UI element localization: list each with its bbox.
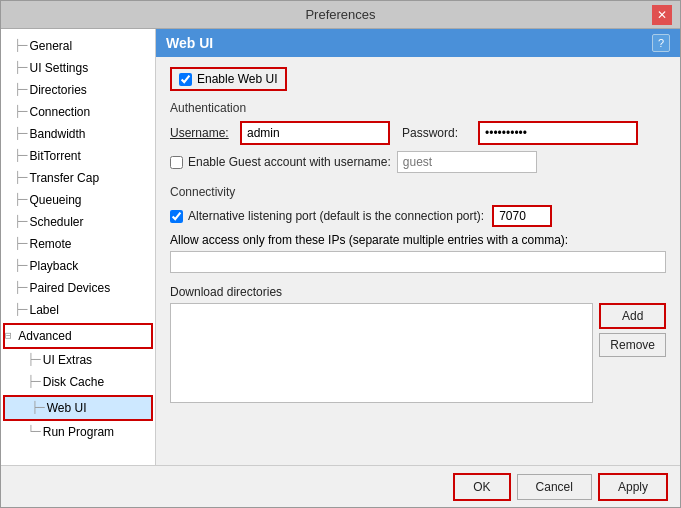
ip-input[interactable] — [170, 251, 666, 273]
sidebar-item-bittorrent[interactable]: ├─ BitTorrent — [1, 145, 155, 167]
sidebar-label-label: Label — [28, 301, 59, 319]
auth-section-label: Authentication — [170, 101, 666, 115]
sidebar-item-playback[interactable]: ├─ Playback — [1, 255, 155, 277]
add-button[interactable]: Add — [599, 303, 666, 329]
username-row: Username: Password: — [170, 121, 666, 145]
sidebar-item-directories[interactable]: ├─ Directories — [1, 79, 155, 101]
help-button[interactable]: ? — [652, 34, 670, 52]
download-area: Add Remove — [170, 303, 666, 403]
preferences-window: Preferences ✕ ├─ General ├─ UI Settings … — [0, 0, 681, 508]
guest-checkbox[interactable] — [170, 156, 183, 169]
remove-button[interactable]: Remove — [599, 333, 666, 357]
sidebar-item-run-program[interactable]: └─ Run Program — [1, 421, 155, 443]
guest-username-input[interactable] — [397, 151, 537, 173]
sidebar-label-general: General — [28, 37, 73, 55]
enable-webui-label[interactable]: Enable Web UI — [170, 67, 287, 91]
enable-webui-checkbox[interactable] — [179, 73, 192, 86]
ok-button[interactable]: OK — [453, 473, 510, 501]
username-label: Username: — [170, 126, 240, 140]
window-title: Preferences — [29, 7, 652, 22]
sidebar-item-general[interactable]: ├─ General — [1, 35, 155, 57]
port-input[interactable] — [492, 205, 552, 227]
sidebar-item-transfer-cap[interactable]: ├─ Transfer Cap — [1, 167, 155, 189]
alt-port-row: Alternative listening port (default is t… — [170, 205, 666, 227]
password-input[interactable] — [478, 121, 638, 145]
alt-port-label: Alternative listening port (default is t… — [188, 209, 484, 223]
sidebar-item-web-ui[interactable]: ├─ Web UI — [5, 397, 151, 419]
sidebar-item-queueing[interactable]: ├─ Queueing — [1, 189, 155, 211]
sidebar-item-remote[interactable]: ├─ Remote — [1, 233, 155, 255]
sidebar-item-bandwidth[interactable]: ├─ Bandwidth — [1, 123, 155, 145]
sidebar-label-queueing: Queueing — [28, 191, 82, 209]
sidebar-label-disk-cache: Disk Cache — [41, 373, 104, 391]
connectivity-section-label: Connectivity — [170, 185, 666, 199]
sidebar-label-run-program: Run Program — [41, 423, 114, 441]
apply-button[interactable]: Apply — [598, 473, 668, 501]
sidebar-item-disk-cache[interactable]: ├─ Disk Cache — [1, 371, 155, 393]
content-area: ├─ General ├─ UI Settings ├─ Directories… — [1, 29, 680, 465]
guest-label: Enable Guest account with username: — [188, 155, 391, 169]
sidebar-item-label[interactable]: ├─ Label — [1, 299, 155, 321]
main-panel: Web UI ? Enable Web UI Authentication Us… — [156, 29, 680, 465]
enable-section: Enable Web UI — [170, 67, 666, 91]
sidebar-label-bandwidth: Bandwidth — [28, 125, 86, 143]
sidebar-label-ui-extras: UI Extras — [41, 351, 92, 369]
sidebar-item-connection[interactable]: ├─ Connection — [1, 101, 155, 123]
sidebar-label-connection: Connection — [28, 103, 91, 121]
sidebar-item-ui-extras[interactable]: ├─ UI Extras — [1, 349, 155, 371]
guest-row: Enable Guest account with username: — [170, 151, 666, 173]
authentication-section: Authentication Username: Password: Enabl… — [170, 101, 666, 173]
sidebar-label-remote: Remote — [28, 235, 72, 253]
sidebar-label-transfer-cap: Transfer Cap — [28, 169, 100, 187]
sidebar-item-ui-settings[interactable]: ├─ UI Settings — [1, 57, 155, 79]
title-bar: Preferences ✕ — [1, 1, 680, 29]
username-input[interactable] — [240, 121, 390, 145]
sidebar-label-web-ui: Web UI — [45, 399, 87, 417]
connectivity-section: Connectivity Alternative listening port … — [170, 185, 666, 273]
sidebar-label-paired-devices: Paired Devices — [28, 279, 111, 297]
panel-title: Web UI — [166, 35, 213, 51]
footer-bar: OK Cancel Apply — [1, 465, 680, 507]
download-list — [170, 303, 593, 403]
close-button[interactable]: ✕ — [652, 5, 672, 25]
password-label: Password: — [402, 126, 472, 140]
cancel-button[interactable]: Cancel — [517, 474, 592, 500]
sidebar-label-ui-settings: UI Settings — [28, 59, 89, 77]
sidebar-item-paired-devices[interactable]: ├─ Paired Devices — [1, 277, 155, 299]
alt-port-checkbox[interactable] — [170, 210, 183, 223]
sidebar-item-advanced[interactable]: ⊟ Advanced — [5, 325, 151, 347]
panel-header: Web UI ? — [156, 29, 680, 57]
enable-webui-text: Enable Web UI — [197, 72, 278, 86]
download-header: Download directories — [170, 285, 666, 299]
sidebar-label-scheduler: Scheduler — [28, 213, 84, 231]
download-buttons: Add Remove — [599, 303, 666, 403]
sidebar-item-scheduler[interactable]: ├─ Scheduler — [1, 211, 155, 233]
sidebar-label-directories: Directories — [28, 81, 87, 99]
sidebar: ├─ General ├─ UI Settings ├─ Directories… — [1, 29, 156, 465]
sidebar-label-playback: Playback — [28, 257, 79, 275]
sidebar-label-advanced: Advanced — [18, 327, 71, 345]
download-section: Download directories Add Remove — [170, 285, 666, 403]
ip-label: Allow access only from these IPs (separa… — [170, 233, 666, 247]
sidebar-label-bittorrent: BitTorrent — [28, 147, 81, 165]
